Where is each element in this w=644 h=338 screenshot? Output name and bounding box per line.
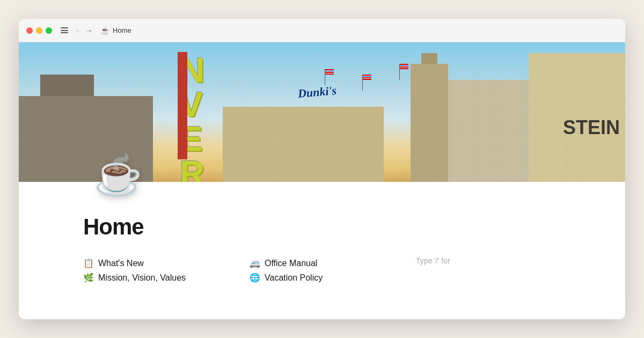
building-right — [443, 80, 529, 182]
sign-bar — [178, 52, 187, 159]
minimize-button[interactable] — [36, 27, 42, 34]
column-1: 📋 What's New 🌿 Mission, Vision, Values — [83, 256, 228, 285]
titlebar: ← → ☕ Home — [19, 19, 625, 42]
maximize-button[interactable] — [46, 27, 52, 34]
page-title: Home — [83, 214, 561, 240]
list-item-vacation-policy[interactable]: 🌐 Vacation Policy — [250, 270, 394, 285]
traffic-lights — [26, 27, 52, 34]
flag-2 — [363, 75, 371, 80]
building-center — [223, 107, 384, 182]
list-item-office-manual[interactable]: 🚐 Office Manual — [250, 256, 394, 270]
nav-arrows: ← → — [75, 26, 93, 35]
office-manual-icon: 🚐 — [250, 258, 260, 268]
mission-label: Mission, Vision, Values — [98, 273, 186, 283]
browser-window: ← → ☕ Home NVER — [19, 19, 625, 319]
forward-arrow[interactable]: → — [85, 26, 93, 35]
tab-emoji: ☕ — [100, 26, 109, 35]
whats-new-label: What's New — [98, 259, 144, 268]
clock-tower — [411, 64, 448, 182]
list-item-mission[interactable]: 🌿 Mission, Vision, Values — [83, 270, 228, 285]
tab-area: ☕ Home — [100, 26, 131, 35]
office-manual-label: Office Manual — [265, 259, 317, 268]
list-item-whats-new[interactable]: 📋 What's New — [83, 256, 228, 270]
type-hint: Type '/' for — [416, 254, 450, 267]
vacation-policy-icon: 🌐 — [250, 273, 260, 283]
coffee-cup-emoji: ☕ — [94, 152, 142, 198]
hero-wrapper: NVER Dunki's STEIN ☕ — [19, 42, 625, 182]
close-button[interactable] — [26, 27, 33, 34]
flag-3 — [400, 64, 408, 69]
items-grid: 📋 What's New 🌿 Mission, Vision, Values 🚐… — [83, 256, 561, 285]
whats-new-icon: 📋 — [83, 258, 94, 268]
vacation-policy-label: Vacation Policy — [265, 273, 323, 283]
page-content: Home 📋 What's New 🌿 Mission, Vision, Val… — [19, 182, 625, 296]
mission-icon: 🌿 — [83, 273, 94, 283]
tab-title: Home — [113, 26, 131, 34]
stein-sign: STEIN — [563, 116, 620, 139]
column-2: 🚐 Office Manual 🌐 Vacation Policy — [250, 256, 394, 285]
column-3: Type '/' for — [416, 256, 561, 285]
menu-icon[interactable] — [60, 26, 69, 34]
flag-1 — [325, 69, 334, 75]
browser-content: NVER Dunki's STEIN ☕ Home — [19, 42, 625, 319]
back-arrow[interactable]: ← — [75, 26, 82, 35]
